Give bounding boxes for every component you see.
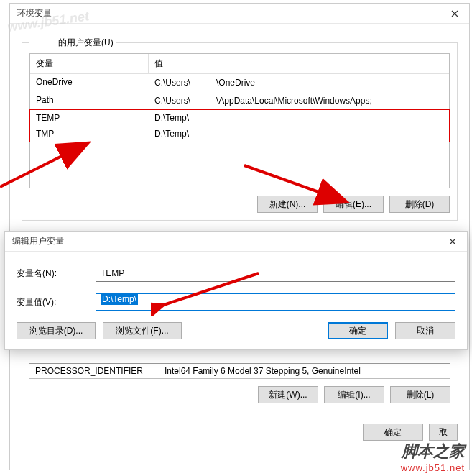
env-titlebar: 环境变量 — [10, 4, 469, 24]
user-vars-table[interactable]: 变量 值 OneDrive C:\Users\ \OneDrive Path C… — [29, 53, 450, 188]
user-vars-label: 的用户变量(U) — [29, 37, 116, 49]
table-row[interactable]: Path C:\Users\ \AppData\Local\Microsoft\… — [30, 92, 449, 110]
edit-var-dialog: 编辑用户变量 变量名(N): 变量值(V): D:\Temp\ 浏览目录(D).… — [4, 231, 468, 350]
close-icon[interactable] — [438, 232, 467, 252]
user-btn-row: 新建(N)... 编辑(E)... 删除(D) — [29, 196, 450, 213]
var-value-input[interactable]: D:\Temp\ — [96, 293, 455, 311]
system-var-row[interactable]: PROCESSOR_IDENTIFIER Intel64 Family 6 Mo… — [29, 363, 450, 379]
dlg-title: 编辑用户变量 — [12, 235, 64, 247]
dlg-cancel-button[interactable]: 取消 — [395, 322, 455, 339]
table-row[interactable]: OneDrive C:\Users\ \OneDrive — [30, 74, 449, 92]
value-row: 变量值(V): D:\Temp\ — [17, 293, 455, 311]
table-row[interactable]: TMP D:\Temp\ — [30, 126, 449, 142]
table-row[interactable]: TEMP D:\Temp\ — [30, 110, 449, 126]
highlighted-rows: TEMP D:\Temp\ TMP D:\Temp\ — [30, 110, 449, 142]
edit-button[interactable]: 编辑(E)... — [323, 196, 384, 213]
table-header: 变量 值 — [30, 54, 449, 74]
dlg-ok-button[interactable]: 确定 — [328, 322, 388, 339]
sys-edit-button[interactable]: 编辑(I)... — [324, 386, 384, 403]
close-icon[interactable] — [440, 4, 469, 24]
browse-file-button[interactable]: 浏览文件(F)... — [103, 322, 182, 339]
delete-button[interactable]: 删除(D) — [389, 196, 450, 213]
col-value[interactable]: 值 — [149, 54, 449, 73]
browse-dir-button[interactable]: 浏览目录(D)... — [17, 322, 96, 339]
new-button[interactable]: 新建(N)... — [257, 196, 318, 213]
sys-delete-button[interactable]: 删除(L) — [390, 386, 450, 403]
cancel-button[interactable]: 取 — [429, 424, 458, 441]
col-variable[interactable]: 变量 — [30, 54, 149, 73]
sys-btn-row: 新建(W)... 编辑(I)... 删除(L) — [29, 386, 450, 403]
sys-new-button[interactable]: 新建(W)... — [258, 386, 318, 403]
env-title: 环境变量 — [17, 7, 52, 19]
table-empty-space — [30, 142, 449, 188]
var-name-label: 变量名(N): — [17, 267, 96, 280]
dlg-btn-row: 浏览目录(D)... 浏览文件(F)... 确定 取消 — [17, 322, 455, 339]
dlg-body: 变量名(N): 变量值(V): D:\Temp\ 浏览目录(D)... 浏览文件… — [5, 252, 467, 349]
main-btn-row: 确定 取 — [10, 418, 469, 447]
name-row: 变量名(N): — [17, 265, 455, 282]
user-vars-group: 的用户变量(U) 变量 值 OneDrive C:\Users\ \OneDri… — [22, 42, 458, 221]
ok-button[interactable]: 确定 — [363, 424, 423, 441]
var-value-label: 变量值(V): — [17, 296, 96, 308]
var-name-input[interactable] — [96, 265, 455, 282]
dlg-titlebar: 编辑用户变量 — [5, 232, 467, 252]
